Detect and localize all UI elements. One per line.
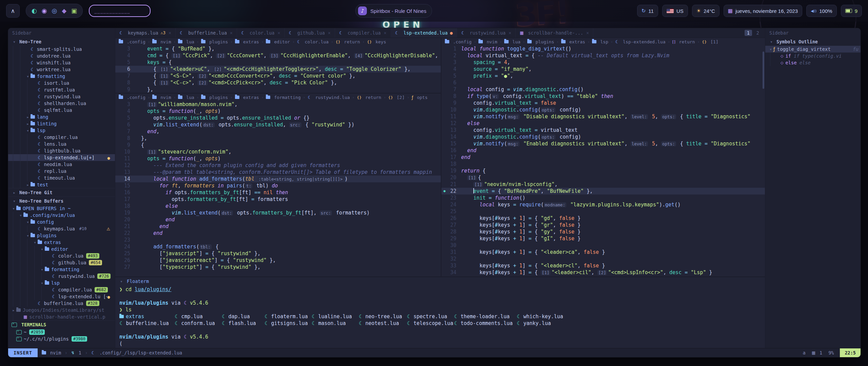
date-widget[interactable]: ▦jueves, noviembre 16, 2023 [724,5,802,17]
breadcrumb-item-nvim[interactable]: nvim [478,39,497,44]
tree-item-winshift-lua[interactable]: ☾winshift.lua [8,59,115,66]
weather-widget[interactable]: ☀24°C [692,5,719,17]
listing-item-extras[interactable]: extras [119,313,175,320]
search-input[interactable]: ____________ [89,5,151,17]
tree-item-github-lua[interactable]: ☾github.lua#654 [8,259,115,266]
listing-item-telescope-lua[interactable]: ☾telescope.lua [407,320,454,327]
tree-item-timeout-lua[interactable]: ☾timeout.lua [8,175,115,181]
tab-github-lua[interactable]: ☾github.lua× [285,28,335,38]
breadcrumb-item-return[interactable]: {}return [357,95,381,100]
tree-item-juegos-indies-steamlibrary-st[interactable]: ▸Juegos/Indies/SteamLibrary/st [8,307,115,313]
breadcrumb-item-color-lua[interactable]: ☾color.lua [297,39,329,44]
close-icon[interactable]: × [230,30,233,36]
tab-lsp-extended-lua[interactable]: ☾lsp-extended.lua● [391,28,457,38]
tree-item-worktree-lua[interactable]: ☾worktree.lua [8,66,115,73]
breadcrumb-item-plugins[interactable]: plugins [527,39,554,44]
breadcrumb-item-return[interactable]: []return [672,39,695,44]
breadcrumb-item-extras[interactable]: extras [235,39,259,44]
breadcrumb-item-formatting[interactable]: formatting [266,95,300,100]
tree-item-linting[interactable]: ▸linting [8,120,115,127]
tree-item-smart-splits-lua[interactable]: ☾smart-splits.lua [8,46,115,53]
dock-icon-5[interactable]: ▣ [71,8,77,14]
breadcrumb-item-config[interactable]: .config [119,39,145,44]
breadcrumb-item-extras[interactable]: extras [235,95,259,100]
outline-item-toggle-diag-virtext[interactable]: ▾ƒtoggle_diag_virtextfu [765,46,861,53]
listing-item-floaterm-lua[interactable]: ☾floaterm.lua [264,313,312,320]
tree-item-formatting[interactable]: ▾formatting [8,266,115,273]
listing-item-yanky-lua[interactable]: ☾yanky.lua [517,320,571,327]
tree-item-rustywind-lua[interactable]: ☾rustywind.lua [8,93,115,100]
tree-item-lightbulb-lua[interactable]: ☾lightbulb.lua [8,147,115,154]
breadcrumb-item-keys[interactable]: {}keys [367,39,386,44]
statusline-segment-config-lsp-lsp-extended-lua[interactable]: ☾.config/_/lsp/lsp-extended.lua [91,350,182,355]
music-widget[interactable]: ♪ Spiritbox - Rule Of Nines [355,4,432,18]
dock-icon-3[interactable]: ◎ [52,8,57,14]
section-header-neo-tree[interactable]: ▾Neo-Tree [8,38,115,46]
tree-item-bufferline-lua[interactable]: ☾bufferline.lua#328 [8,300,115,307]
listing-item-spectre-lua[interactable]: ☾spectre.lua [407,313,454,320]
tree-item-config-nvim-lua[interactable]: ▾.config/nvim/lua [8,212,115,219]
breadcrumb-item-lua[interactable]: lua [504,39,520,44]
listing-item-gitsigns-lua[interactable]: ☾gitsigns.lua [264,320,312,327]
tree-item-editor[interactable]: ▾editor [8,246,115,252]
listing-item-neo-tree-lua[interactable]: ☾neo-tree.lua [359,313,407,320]
breadcrumb-item-extras[interactable]: extras [561,39,585,44]
breadcrumb-item-plugins[interactable]: plugins [201,39,228,44]
tree-item-lsp-extended-lu[interactable]: ☾lsp-extended.lu [+]● [8,293,115,300]
breadcrumb-item-return[interactable]: {}return [336,39,360,44]
close-icon[interactable]: × [384,30,387,36]
dock-icon-2[interactable]: ◉ [42,8,47,14]
tab-color-lua[interactable]: ☾color.lua× [237,28,284,38]
statusline-segment-1[interactable]: ↯1 [71,350,81,355]
tree-item-repl-lua[interactable]: ☾repl.lua [8,168,115,175]
editor-pane-lsp-extended-lua[interactable]: .config›nvim›lua›plugins›extras›lsp›☾lsp… [441,38,765,277]
scrollbar-handle[interactable] [763,52,764,89]
tree-item-compiler-lua[interactable]: ☾compiler.lua#682 [8,286,115,293]
tree-item-lang[interactable]: ▸lang [8,114,115,120]
close-icon[interactable]: × [328,30,331,36]
tree-item-color-lua[interactable]: ☾color.lua#493 [8,252,115,259]
tree-item-config[interactable]: ▾config [8,219,115,225]
close-icon[interactable]: × [169,30,171,36]
breadcrumb-item-plugins[interactable]: plugins [201,95,228,100]
listing-item-todo-comments-lua[interactable]: ☾todo-comments.lua [454,320,517,327]
tree-item-extras[interactable]: ▾extras [8,239,115,246]
tabpage-1[interactable]: 1 [745,30,752,36]
dock-icon-4[interactable]: ◆ [62,8,66,14]
listing-item-cmp-lua[interactable]: ☾cmp.lua [175,313,222,320]
breadcrumb-item-config[interactable]: .config [445,39,472,44]
statusline-segment-nvim[interactable]: nvim [42,350,61,355]
close-icon[interactable]: × [277,30,280,36]
symbols-outline-header[interactable]: ▾ Symbols Outline [765,38,861,46]
listing-item-dap-lua[interactable]: ☾dap.lua [222,313,264,320]
tab-rustywind-lua[interactable]: ☾rustywind.lua× [457,28,516,38]
tree-item-keymaps-lua[interactable]: ☾keymaps.lua#10⚠ [8,225,115,232]
breadcrumb-item-1[interactable]: {}[1] [702,39,718,44]
tree-item-test[interactable]: ▸test [8,181,115,188]
tree-item-shellharden-lua[interactable]: ☾shellharden.lua [8,100,115,107]
tree-item-lsp[interactable]: ▾lsp [8,127,115,134]
tree-item-c-n-l-plugins[interactable]: ~/.c/n/l/plugins#3980 [8,336,115,342]
tab-keymaps-lua[interactable]: ☾keymaps.lua⚠3× [115,28,176,38]
tree-item-item[interactable]: ~#2859 [8,329,115,336]
tree-item-undotree-lua[interactable]: ☾undotree.lua [8,53,115,59]
listing-item-bufferline-lua[interactable]: ☾bufferline.lua [119,320,175,327]
battery-widget[interactable]: 9 [841,5,862,17]
tree-item-lens-lua[interactable]: ☾lens.lua [8,141,115,147]
listing-item-neotest-lua[interactable]: ☾neotest.lua [359,320,407,327]
tree-item-sqlfmt-lua[interactable]: ☾sqlfmt.lua [8,107,115,114]
listing-item-conform-lua[interactable]: ☾conform.lua [175,320,222,327]
tree-item-plugins[interactable]: ▾plugins [8,232,115,239]
section-header-terminals[interactable]: TERMINALS [8,320,115,329]
breadcrumb-item-opts[interactable]: ƒopts [412,95,428,100]
tree-item-formatting[interactable]: ▾formatting [8,73,115,80]
breadcrumb-item-lua[interactable]: lua [178,95,194,100]
tree-item-open-buffers-in[interactable]: ▾OPEN BUFFERS in ~ [8,205,115,212]
symbols-outline-sidebar[interactable]: Sidebar ▾ Symbols Outline ▾ƒtoggle_diag_… [765,28,861,348]
volume-widget[interactable]: ◀))100% [806,5,836,17]
listing-item-flash-lua[interactable]: ☾flash.lua [222,320,264,327]
breadcrumb-item-lua[interactable]: lua [178,39,194,44]
updates-widget[interactable]: ↻11 [637,5,658,17]
tab-scrollbar-handle[interactable]: ▦scrollbar-handle-...× [516,28,593,38]
editor-pane-color-lua[interactable]: .config›nvim›lua›plugins›extras›editor›☾… [115,38,441,94]
